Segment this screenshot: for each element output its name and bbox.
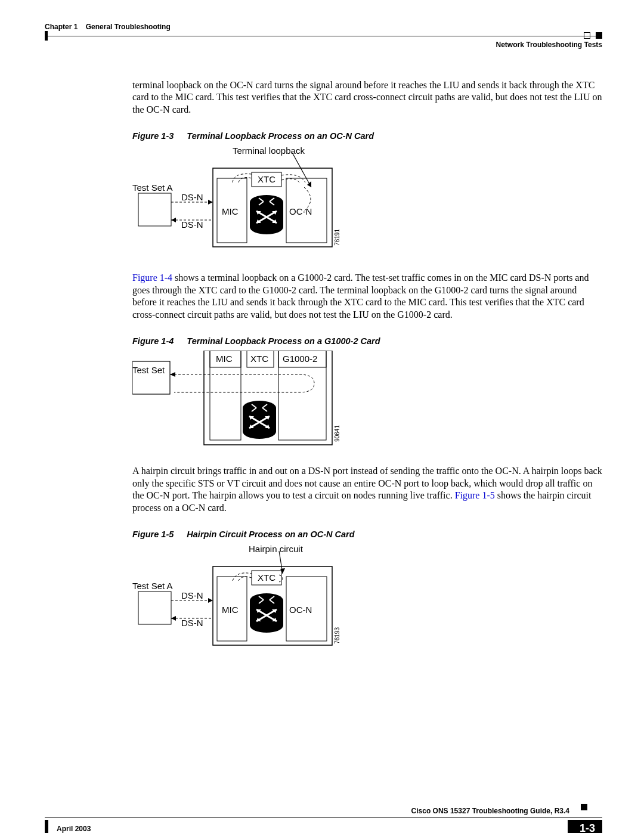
svg-rect-23: [210, 351, 241, 440]
figure-number: Figure 1-4: [132, 336, 174, 346]
diagram-svg: [132, 145, 383, 259]
xtc-label: XTC: [258, 174, 275, 184]
paragraph-text: shows a terminal loopback on a G1000-2 c…: [132, 272, 589, 319]
svg-rect-37: [138, 592, 171, 624]
svg-rect-24: [278, 351, 326, 440]
figure-diagram: Test Set MIC XTC G1000-2 90641: [132, 351, 603, 452]
header-rule: [45, 36, 602, 36]
footer-square-icon: [581, 804, 587, 810]
paragraph: Figure 1-4 shows a terminal loopback on …: [132, 272, 603, 321]
xtc-label: XTC: [250, 354, 268, 364]
page-content: terminal loopback on the OC-N card turns…: [132, 79, 603, 670]
header-square-solid-icon: [596, 32, 602, 39]
svg-marker-6: [208, 200, 213, 205]
page-header: Chapter 1 General Troubleshooting Networ…: [45, 23, 602, 36]
dsn-label: DS-N: [181, 192, 203, 202]
figure-title: Hairpin Circuit Process on an OC-N Card: [187, 529, 354, 539]
figure-diagram: Hairpin circuit Test Set A DS-N DS-N MIC…: [132, 544, 603, 657]
svg-rect-4: [138, 193, 171, 226]
ocn-label: OC-N: [289, 605, 312, 615]
figure-reference-link[interactable]: Figure 1-5: [455, 490, 495, 500]
svg-marker-41: [171, 616, 176, 621]
dsn-label: DS-N: [181, 219, 203, 230]
header-breadcrumb: Chapter 1 General Troubleshooting: [45, 23, 171, 31]
header-square-outline-icon: [584, 32, 590, 39]
footer-date: April 2003: [57, 825, 91, 833]
figure-id: 90641: [334, 425, 340, 442]
xtc-label: XTC: [258, 572, 275, 583]
figure-number: Figure 1-5: [132, 529, 174, 539]
g1000-label: G1000-2: [283, 354, 317, 364]
figure-reference-link[interactable]: Figure 1-4: [132, 272, 172, 283]
figure-diagram: Terminal loopback Test Set A DS-N DS-N M…: [132, 145, 603, 259]
chapter-number: Chapter 1: [45, 23, 78, 31]
page-number: 1-3: [568, 820, 602, 833]
figure-number: Figure 1-3: [132, 131, 174, 141]
figure-id: 76193: [334, 627, 340, 644]
diagram-svg: [132, 351, 383, 452]
section-name: Network Troubleshooting Tests: [496, 41, 602, 49]
figure-id: 76191: [334, 229, 340, 246]
test-set-label: Test Set A: [132, 182, 173, 193]
figure-caption: Figure 1-5 Hairpin Circuit Process on an…: [132, 529, 603, 539]
hairpin-circuit-label: Hairpin circuit: [249, 544, 303, 554]
svg-marker-8: [171, 218, 176, 222]
terminal-loopback-label: Terminal loopback: [233, 145, 305, 156]
svg-line-9: [292, 153, 311, 187]
dsn-label: DS-N: [181, 618, 203, 628]
figure-caption: Figure 1-4 Terminal Loopback Process on …: [132, 336, 603, 346]
footer-rule: [45, 817, 602, 818]
mic-label: MIC: [222, 605, 239, 615]
svg-point-46: [250, 618, 283, 633]
figure-title: Terminal Loopback Process on a G1000-2 C…: [187, 336, 380, 346]
svg-marker-39: [208, 598, 213, 603]
svg-marker-10: [307, 181, 311, 187]
paragraph: A hairpin circuit brings traffic in and …: [132, 465, 603, 514]
dsn-label: DS-N: [181, 590, 203, 600]
figure-title: Terminal Loopback Process on an OC-N Car…: [187, 131, 374, 141]
chapter-name: General Troubleshooting: [86, 23, 171, 31]
svg-point-28: [243, 425, 276, 439]
figure-caption: Figure 1-3 Terminal Loopback Process on …: [132, 131, 603, 141]
test-set-label: Test Set A: [132, 581, 173, 591]
svg-point-13: [250, 220, 283, 234]
footer-left-bar: [45, 820, 48, 833]
svg-marker-25: [170, 372, 175, 377]
mic-label: MIC: [216, 354, 233, 364]
test-set-label: Test Set: [132, 365, 165, 375]
diagram-svg: [132, 544, 383, 657]
ocn-label: OC-N: [289, 206, 312, 216]
mic-label: MIC: [222, 206, 239, 216]
document-title: Cisco ONS 15327 Troubleshooting Guide, R…: [411, 807, 569, 815]
paragraph: terminal loopback on the OC-N card turns…: [132, 79, 603, 116]
